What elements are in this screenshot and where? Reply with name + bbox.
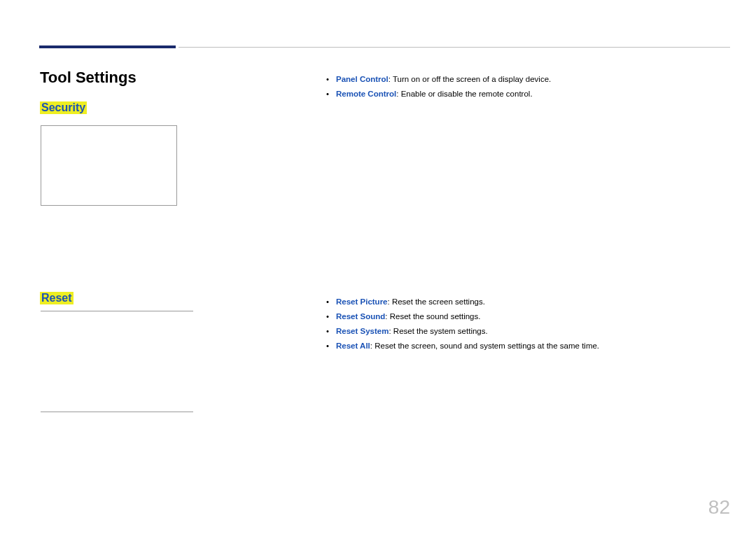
bullet-list-top: • Panel Control: Turn on or off the scre…	[326, 72, 551, 101]
reset-rule-top	[41, 311, 193, 311]
bullet-item: • Panel Control: Turn on or off the scre…	[326, 72, 551, 86]
section-heading-security: Security	[40, 101, 87, 114]
bullet-item: • Remote Control: Enable or disable the …	[326, 87, 551, 101]
bullet-list-bottom: • Reset Picture: Reset the screen settin…	[326, 295, 599, 353]
bullet-content: Panel Control: Turn on or off the screen…	[336, 72, 551, 86]
bullet-label: Remote Control	[336, 90, 396, 98]
bullet-label: Reset Picture	[336, 297, 388, 306]
bullet-item: • Reset System: Reset the system setting…	[326, 324, 599, 338]
bullet-dot-icon: •	[326, 72, 336, 86]
top-accent-bar	[39, 45, 176, 48]
bullet-dot-icon: •	[326, 324, 336, 338]
bullet-dot-icon: •	[326, 339, 336, 353]
bullet-text: : Turn on or off the screen of a display…	[388, 75, 551, 83]
bullet-content: Reset Picture: Reset the screen settings…	[336, 295, 485, 309]
bullet-item: • Reset Sound: Reset the sound settings.	[326, 309, 599, 323]
bullet-text: : Enable or disable the remote control.	[396, 90, 532, 98]
page-title: Tool Settings	[40, 69, 136, 87]
bullet-label: Panel Control	[336, 75, 388, 83]
bullet-label: Reset All	[336, 342, 370, 350]
reset-rule-bottom	[41, 412, 193, 412]
page-number: 82	[708, 496, 730, 519]
bullet-text: : Reset the screen, sound and system set…	[370, 342, 599, 350]
section-heading-reset: Reset	[40, 292, 74, 304]
bullet-content: Reset System: Reset the system settings.	[336, 324, 488, 338]
top-horizontal-rule	[178, 47, 730, 48]
bullet-text: : Reset the system settings.	[388, 327, 487, 335]
bullet-text: : Reset the sound settings.	[385, 312, 480, 321]
bullet-label: Reset Sound	[336, 312, 385, 321]
bullet-content: Remote Control: Enable or disable the re…	[336, 87, 533, 101]
bullet-text: : Reset the screen settings.	[388, 297, 485, 306]
bullet-content: Reset Sound: Reset the sound settings.	[336, 309, 480, 323]
bullet-label: Reset System	[336, 327, 388, 335]
bullet-content: Reset All: Reset the screen, sound and s…	[336, 339, 599, 353]
bullet-item: • Reset All: Reset the screen, sound and…	[326, 339, 599, 353]
bullet-dot-icon: •	[326, 87, 336, 101]
bullet-dot-icon: •	[326, 295, 336, 309]
security-box-placeholder	[41, 125, 177, 206]
bullet-dot-icon: •	[326, 309, 336, 323]
bullet-item: • Reset Picture: Reset the screen settin…	[326, 295, 599, 309]
